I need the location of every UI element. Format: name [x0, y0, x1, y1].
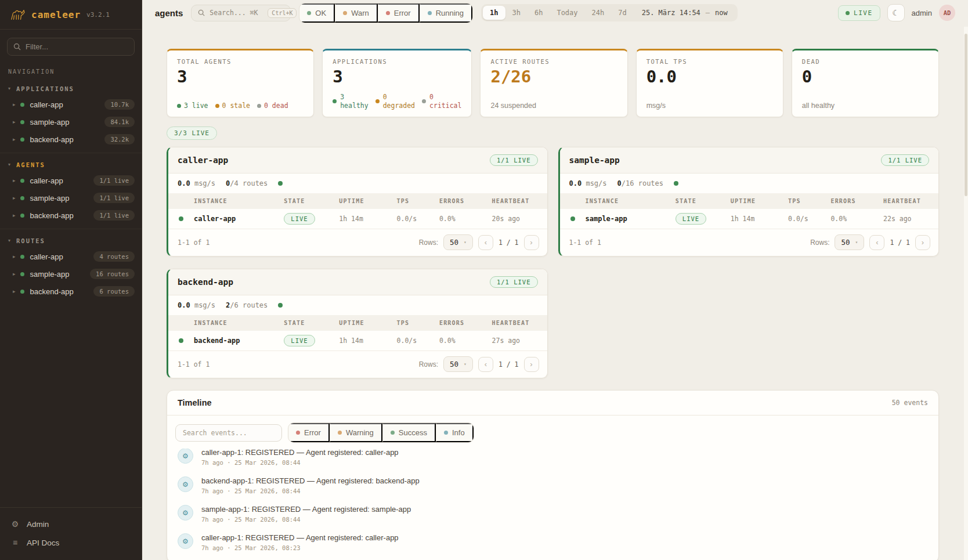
status-dot-icon	[20, 214, 24, 218]
chevron-right-icon[interactable]: ▸	[13, 288, 16, 294]
search-icon	[198, 9, 205, 16]
stat-value: 2/26	[490, 68, 617, 85]
sidebar: cameleer v3.2.1 NAVIGATION ▾ APPLICATION…	[0, 0, 142, 560]
rows-per-page-select[interactable]: 50▾	[835, 234, 864, 250]
status-dot-icon	[257, 104, 261, 108]
chevron-down-icon: ▾	[8, 239, 10, 243]
chevron-right-icon[interactable]: ▸	[13, 254, 16, 259]
navigation-label: NAVIGATION	[0, 59, 142, 77]
next-page-button[interactable]: ›	[524, 235, 539, 250]
stat-subs: msg/s	[646, 102, 773, 110]
time-range-24h[interactable]: 24h	[585, 6, 612, 20]
sidebar-section-header[interactable]: ▾ APPLICATIONS	[0, 83, 142, 96]
rows-per-page-select[interactable]: 50▾	[443, 234, 473, 250]
page-scrollbar[interactable]	[964, 27, 968, 560]
timeline-panel: Timeline 50 events Error Warning Success…	[167, 390, 939, 560]
sidebar-item-backend-app[interactable]: ▸ backend-app 1/1 live	[0, 207, 142, 224]
sidebar-filter[interactable]	[7, 38, 135, 56]
stat-sub: 3 live	[177, 102, 208, 110]
chevron-right-icon[interactable]: ▸	[13, 271, 16, 277]
app-panel-header: backend-app 1/1 LIVE	[168, 269, 547, 295]
avatar[interactable]: AD	[939, 5, 955, 21]
next-page-button[interactable]: ›	[524, 357, 539, 372]
scrollbar-thumb[interactable]	[965, 34, 967, 196]
page-indicator: 1 / 1	[890, 239, 910, 247]
overview-live-badge: 3/3 LIVE	[167, 127, 217, 140]
main-area: agents Ctrl+K OK Warn Error Running 1h3h…	[142, 0, 968, 560]
table-header: INSTANCESTATEUPTIMETPSERRORSHEARTBEAT	[560, 193, 939, 209]
chevron-right-icon[interactable]: ▸	[13, 102, 16, 107]
chevron-right-icon[interactable]: ▸	[13, 212, 16, 218]
timeline-event-list: ⚙ caller-app-1: REGISTERED — Agent regis…	[167, 449, 938, 560]
page-indicator: 1 / 1	[499, 360, 519, 368]
column-header: INSTANCE	[194, 320, 284, 326]
time-range-6h[interactable]: 6h	[528, 6, 550, 20]
page-indicator: 1 / 1	[499, 239, 519, 247]
timeline-search[interactable]	[175, 424, 282, 442]
chevron-right-icon[interactable]: ▸	[13, 136, 16, 142]
chevron-right-icon[interactable]: ▸	[13, 119, 16, 125]
prev-page-button[interactable]: ‹	[478, 357, 493, 372]
timeline-event[interactable]: ⚙ caller-app-1: REGISTERED — Agent regis…	[167, 449, 938, 471]
time-range-7d[interactable]: 7d	[611, 6, 633, 20]
timeline-search-input[interactable]	[183, 429, 274, 437]
table-row[interactable]: backend-app LIVE 1h 14m 0.0/s 0.0% 27s a…	[168, 331, 547, 351]
global-search-input[interactable]	[210, 9, 263, 17]
time-range-1h[interactable]: 1h	[483, 6, 505, 20]
status-dot-icon	[674, 181, 678, 186]
event-gear-icon: ⚙	[178, 533, 193, 549]
stat-subs: 3 live 0 stale 0 dead	[177, 102, 304, 110]
sidebar-footer-api-docs[interactable]: ≡ API Docs	[0, 533, 142, 552]
time-separator: —	[706, 9, 710, 17]
time-range-today[interactable]: Today	[550, 6, 584, 20]
sidebar-section-label: AGENTS	[16, 161, 45, 168]
app-panel-header: sample-app 1/1 LIVE	[560, 147, 939, 174]
global-search[interactable]: Ctrl+K	[191, 5, 291, 21]
sidebar-item-caller-app[interactable]: ▸ caller-app 1/1 live	[0, 172, 142, 189]
stat-sub: 0 critical	[422, 93, 461, 110]
chevron-right-icon[interactable]: ▸	[13, 178, 16, 183]
row-range: 1-1 of 1	[178, 239, 210, 247]
timeline-filter-warning[interactable]: Warning	[330, 423, 382, 442]
timeline-event[interactable]: ⚙ sample-app-1: REGISTERED — Agent regis…	[167, 500, 938, 528]
time-range-3h[interactable]: 3h	[505, 6, 528, 20]
sidebar-item-caller-app[interactable]: ▸ caller-app 4 routes	[0, 248, 142, 265]
sidebar-item-sample-app[interactable]: ▸ sample-app 84.1k	[0, 113, 142, 131]
app-meta-row: 0.0 msg/s 2/6 routes	[168, 295, 547, 315]
sidebar-filter-input[interactable]	[26, 42, 128, 51]
event-title: caller-app-1: REGISTERED — Agent registe…	[201, 533, 399, 542]
sidebar-section-header[interactable]: ▾ ROUTES	[0, 235, 142, 248]
table-row[interactable]: caller-app LIVE 1h 14m 0.0/s 0.0% 20s ag…	[168, 209, 547, 229]
chevron-right-icon[interactable]: ▸	[13, 195, 16, 201]
sidebar-item-sample-app[interactable]: ▸ sample-app 16 routes	[0, 265, 142, 283]
column-header: STATE	[284, 320, 339, 326]
sidebar-footer-admin[interactable]: ⚙ Admin	[0, 515, 142, 533]
prev-page-button[interactable]: ‹	[478, 235, 493, 250]
next-page-button[interactable]: ›	[915, 235, 930, 250]
timeline-filter-info[interactable]: Info	[436, 423, 474, 442]
sidebar-section-header[interactable]: ▾ AGENTS	[0, 159, 142, 172]
sidebar-item-sample-app[interactable]: ▸ sample-app 1/1 live	[0, 189, 142, 207]
timeline-filter-error[interactable]: Error	[288, 423, 330, 442]
timeline-event[interactable]: ⚙ caller-app-1: REGISTERED — Agent regis…	[167, 528, 938, 557]
sidebar-item-caller-app[interactable]: ▸ caller-app 10.7k	[0, 96, 142, 113]
timeline-event[interactable]: ⚙ backend-app-1: REGISTERED — Agent regi…	[167, 471, 938, 500]
status-filter-ok[interactable]: OK	[299, 3, 335, 23]
sidebar-item-backend-app[interactable]: ▸ backend-app 6 routes	[0, 283, 142, 300]
stat-sub-number: 0	[429, 93, 461, 101]
rows-per-page-select[interactable]: 50▾	[443, 356, 473, 372]
status-filter-warn[interactable]: Warn	[335, 3, 378, 23]
status-filter-error[interactable]: Error	[378, 3, 420, 23]
table-row[interactable]: sample-app LIVE 1h 14m 0.0/s 0.0% 22s ag…	[560, 209, 939, 229]
status-filter-running[interactable]: Running	[420, 3, 472, 23]
stat-subs: 3 healthy 0 degraded 0 critical	[333, 93, 461, 110]
timeline-filter-success[interactable]: Success	[382, 423, 436, 442]
sidebar-item-backend-app[interactable]: ▸ backend-app 32.2k	[0, 131, 142, 148]
prev-page-button[interactable]: ‹	[869, 235, 884, 250]
app-panel-header: caller-app 1/1 LIVE	[168, 147, 547, 174]
theme-toggle-button[interactable]: ☾	[887, 4, 905, 21]
stat-sub-label: healthy	[340, 102, 368, 110]
status-dot-icon	[177, 104, 181, 108]
column-header: TPS	[397, 320, 439, 326]
sidebar-section-label: ROUTES	[16, 237, 45, 244]
